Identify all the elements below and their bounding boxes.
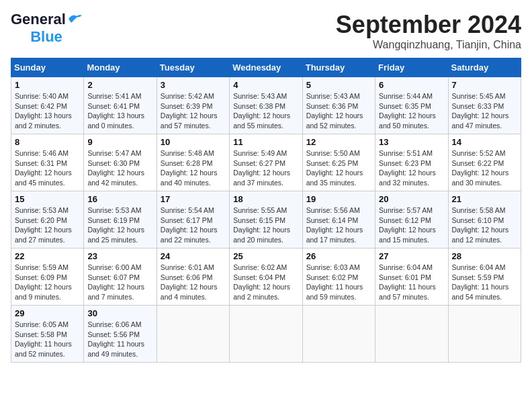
- daylight-text: Daylight: 12 hours and 47 minutes.: [452, 111, 509, 130]
- calendar-cell: 7 Sunrise: 5:45 AM Sunset: 6:33 PM Dayli…: [448, 77, 521, 134]
- daylight-text: Daylight: 12 hours and 4 minutes.: [161, 283, 218, 301]
- daylight-text: Daylight: 12 hours and 50 minutes.: [379, 111, 436, 130]
- daylight-text: Daylight: 12 hours and 40 minutes.: [161, 169, 218, 187]
- day-info: Sunrise: 5:53 AM Sunset: 6:20 PM Dayligh…: [15, 205, 80, 245]
- calendar-cell: 26 Sunrise: 6:03 AM Sunset: 6:02 PM Dayl…: [302, 248, 375, 306]
- calendar-week-row: 1 Sunrise: 5:40 AM Sunset: 6:42 PM Dayli…: [11, 77, 521, 134]
- day-info: Sunrise: 5:45 AM Sunset: 6:33 PM Dayligh…: [452, 91, 517, 131]
- sunrise-text: Sunrise: 5:41 AM: [87, 92, 141, 100]
- calendar-cell: 3 Sunrise: 5:42 AM Sunset: 6:39 PM Dayli…: [157, 77, 229, 134]
- calendar-header-row: SundayMondayTuesdayWednesdayThursdayFrid…: [11, 58, 521, 77]
- sunset-text: Sunset: 6:20 PM: [15, 216, 67, 224]
- sunrise-text: Sunrise: 5:50 AM: [306, 149, 360, 157]
- calendar-cell: 8 Sunrise: 5:46 AM Sunset: 6:31 PM Dayli…: [11, 134, 84, 191]
- day-number: 26: [306, 251, 371, 261]
- sunrise-text: Sunrise: 5:56 AM: [306, 206, 360, 214]
- day-of-week-header: Monday: [84, 58, 157, 77]
- day-number: 1: [15, 80, 80, 90]
- calendar-cell: [230, 306, 302, 363]
- sunset-text: Sunset: 6:39 PM: [161, 102, 213, 110]
- calendar-cell: [375, 306, 448, 363]
- calendar-cell: 16 Sunrise: 5:53 AM Sunset: 6:19 PM Dayl…: [84, 191, 157, 248]
- daylight-text: Daylight: 12 hours and 37 minutes.: [233, 169, 290, 187]
- sunset-text: Sunset: 6:07 PM: [87, 273, 140, 281]
- daylight-text: Daylight: 12 hours and 52 minutes.: [306, 111, 363, 130]
- sunset-text: Sunset: 6:02 PM: [306, 273, 359, 281]
- sunrise-text: Sunrise: 5:48 AM: [161, 149, 214, 157]
- day-number: 9: [87, 137, 152, 147]
- sunrise-text: Sunrise: 6:05 AM: [15, 320, 69, 328]
- day-info: Sunrise: 5:43 AM Sunset: 6:38 PM Dayligh…: [233, 91, 298, 131]
- sunrise-text: Sunrise: 5:49 AM: [233, 149, 287, 157]
- calendar-cell: 14 Sunrise: 5:52 AM Sunset: 6:22 PM Dayl…: [448, 134, 521, 191]
- calendar-cell: 25 Sunrise: 6:02 AM Sunset: 6:04 PM Dayl…: [230, 248, 302, 306]
- daylight-text: Daylight: 12 hours and 22 minutes.: [161, 226, 218, 244]
- day-info: Sunrise: 5:40 AM Sunset: 6:42 PM Dayligh…: [15, 91, 80, 131]
- sunset-text: Sunset: 5:59 PM: [452, 273, 504, 281]
- daylight-text: Daylight: 11 hours and 49 minutes.: [87, 340, 144, 358]
- sunrise-text: Sunrise: 5:54 AM: [161, 206, 214, 214]
- day-number: 8: [15, 137, 80, 147]
- sunrise-text: Sunrise: 5:44 AM: [379, 92, 433, 100]
- calendar-table: SundayMondayTuesdayWednesdayThursdayFrid…: [11, 58, 521, 363]
- calendar-body: 1 Sunrise: 5:40 AM Sunset: 6:42 PM Dayli…: [11, 77, 521, 363]
- calendar-cell: 11 Sunrise: 5:49 AM Sunset: 6:27 PM Dayl…: [230, 134, 302, 191]
- day-info: Sunrise: 5:57 AM Sunset: 6:12 PM Dayligh…: [379, 205, 444, 245]
- calendar-cell: 9 Sunrise: 5:47 AM Sunset: 6:30 PM Dayli…: [84, 134, 157, 191]
- sunrise-text: Sunrise: 6:02 AM: [233, 263, 287, 271]
- daylight-text: Daylight: 12 hours and 25 minutes.: [87, 226, 144, 244]
- sunset-text: Sunset: 6:10 PM: [452, 216, 504, 224]
- sunrise-text: Sunrise: 5:58 AM: [452, 206, 506, 214]
- calendar-week-row: 29 Sunrise: 6:05 AM Sunset: 5:58 PM Dayl…: [11, 306, 521, 363]
- location-subtitle: Wangqinzhuang, Tianjin, China: [336, 39, 521, 51]
- sunrise-text: Sunrise: 6:04 AM: [379, 263, 433, 271]
- day-number: 17: [161, 194, 226, 204]
- sunset-text: Sunset: 5:56 PM: [87, 330, 140, 338]
- day-number: 13: [379, 137, 444, 147]
- calendar-cell: 4 Sunrise: 5:43 AM Sunset: 6:38 PM Dayli…: [230, 77, 302, 134]
- day-number: 10: [161, 137, 226, 147]
- page-header: General Blue September 2024 Wangqinzhuan…: [11, 11, 521, 51]
- sunrise-text: Sunrise: 6:04 AM: [452, 263, 506, 271]
- day-info: Sunrise: 5:43 AM Sunset: 6:36 PM Dayligh…: [306, 91, 371, 131]
- day-number: 2: [87, 80, 152, 90]
- sunrise-text: Sunrise: 5:51 AM: [379, 149, 433, 157]
- day-info: Sunrise: 5:56 AM Sunset: 6:14 PM Dayligh…: [306, 205, 371, 245]
- sunset-text: Sunset: 6:17 PM: [161, 216, 213, 224]
- title-section: September 2024 Wangqinzhuang, Tianjin, C…: [336, 11, 521, 51]
- sunset-text: Sunset: 6:25 PM: [306, 159, 359, 167]
- sunrise-text: Sunrise: 6:03 AM: [306, 263, 360, 271]
- sunrise-text: Sunrise: 6:01 AM: [161, 263, 214, 271]
- daylight-text: Daylight: 12 hours and 15 minutes.: [379, 226, 436, 244]
- sunrise-text: Sunrise: 5:45 AM: [452, 92, 506, 100]
- day-number: 25: [233, 251, 298, 261]
- calendar-cell: 10 Sunrise: 5:48 AM Sunset: 6:28 PM Dayl…: [157, 134, 229, 191]
- daylight-text: Daylight: 12 hours and 45 minutes.: [15, 169, 72, 187]
- logo-general-text: General: [11, 11, 66, 28]
- day-of-week-header: Tuesday: [157, 58, 229, 77]
- day-info: Sunrise: 5:54 AM Sunset: 6:17 PM Dayligh…: [161, 205, 226, 245]
- day-number: 21: [452, 194, 517, 204]
- sunset-text: Sunset: 6:42 PM: [15, 102, 67, 110]
- calendar-cell: 28 Sunrise: 6:04 AM Sunset: 5:59 PM Dayl…: [448, 248, 521, 306]
- calendar-cell: 18 Sunrise: 5:55 AM Sunset: 6:15 PM Dayl…: [230, 191, 302, 248]
- day-info: Sunrise: 5:41 AM Sunset: 6:41 PM Dayligh…: [87, 91, 152, 131]
- calendar-week-row: 8 Sunrise: 5:46 AM Sunset: 6:31 PM Dayli…: [11, 134, 521, 191]
- calendar-week-row: 15 Sunrise: 5:53 AM Sunset: 6:20 PM Dayl…: [11, 191, 521, 248]
- day-number: 22: [15, 251, 80, 261]
- day-info: Sunrise: 6:02 AM Sunset: 6:04 PM Dayligh…: [233, 263, 298, 302]
- calendar-cell: 5 Sunrise: 5:43 AM Sunset: 6:36 PM Dayli…: [302, 77, 375, 134]
- day-number: 27: [379, 251, 444, 261]
- sunset-text: Sunset: 6:19 PM: [87, 216, 140, 224]
- sunset-text: Sunset: 6:01 PM: [379, 273, 431, 281]
- sunset-text: Sunset: 6:27 PM: [233, 159, 285, 167]
- calendar-cell: 2 Sunrise: 5:41 AM Sunset: 6:41 PM Dayli…: [84, 77, 157, 134]
- day-of-week-header: Friday: [375, 58, 448, 77]
- sunrise-text: Sunrise: 5:47 AM: [87, 149, 141, 157]
- daylight-text: Daylight: 12 hours and 27 minutes.: [15, 226, 72, 244]
- sunset-text: Sunset: 6:35 PM: [379, 102, 431, 110]
- sunrise-text: Sunrise: 5:46 AM: [15, 149, 69, 157]
- day-number: 19: [306, 194, 371, 204]
- daylight-text: Daylight: 12 hours and 35 minutes.: [306, 169, 363, 187]
- sunrise-text: Sunrise: 6:06 AM: [87, 320, 141, 328]
